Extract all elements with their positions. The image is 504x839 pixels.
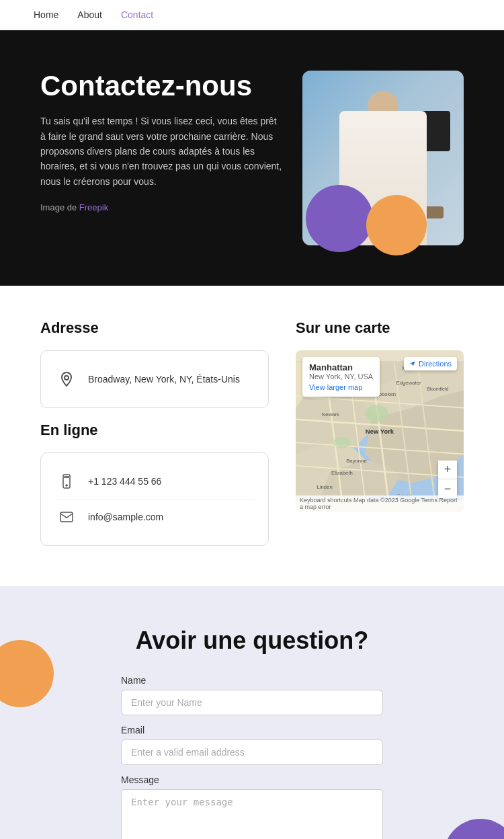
message-textarea[interactable]: [121, 789, 383, 839]
view-larger-link[interactable]: View larger map: [309, 383, 373, 391]
svg-rect-4: [60, 512, 73, 522]
hero-section: Contactez-nous Tu sais qu'il est temps !…: [0, 30, 504, 286]
phone-icon: [54, 469, 79, 493]
phone-row: +1 123 444 55 66: [54, 464, 255, 499]
form-section: Avoir une question? Name Email Message I…: [0, 586, 504, 839]
location-icon: [54, 367, 79, 391]
form-title: Avoir une question?: [40, 627, 464, 655]
map-place-sub: New York, NY, USA: [309, 372, 373, 381]
nav-about[interactable]: About: [77, 9, 102, 20]
svg-text:Bayonne: Bayonne: [346, 458, 367, 464]
svg-point-22: [333, 437, 351, 448]
directions-button[interactable]: Directions: [404, 357, 457, 370]
map-footer: Keyboard shortcuts Map data ©2023 Google…: [296, 495, 464, 512]
svg-rect-3: [65, 477, 69, 477]
address-text: Broadway, New York, NY, États-Unis: [88, 374, 240, 385]
map-info-box: Manhattan New York, NY, USA View larger …: [302, 357, 380, 397]
circle-orange-hero: [366, 195, 427, 255]
online-title: En ligne: [40, 422, 269, 439]
name-label: Name: [121, 675, 383, 686]
email-row: info@sample.com: [54, 499, 255, 534]
email-icon: [54, 505, 79, 529]
address-block: Adresse Broadway, New York, NY, États-Un…: [40, 319, 269, 559]
circle-purple-hero: [306, 185, 373, 252]
name-input[interactable]: [121, 690, 383, 715]
address-title: Adresse: [40, 319, 269, 337]
circle-purple-form: [444, 819, 504, 839]
zoom-in-button[interactable]: +: [438, 461, 457, 479]
svg-point-21: [365, 405, 388, 422]
message-label: Message: [121, 774, 383, 785]
contact-info-section: Adresse Broadway, New York, NY, États-Un…: [0, 286, 504, 586]
phone-text: +1 123 444 55 66: [88, 476, 161, 487]
message-group: Message: [121, 774, 383, 839]
nav-contact[interactable]: Contact: [121, 9, 153, 20]
form-inner: Name Email Message I accept the CONDITIO…: [121, 675, 383, 839]
svg-text:Newark: Newark: [322, 411, 339, 417]
hero-image-area: [282, 71, 464, 245]
svg-text:New York: New York: [366, 428, 394, 435]
map-place-name: Manhattan: [309, 362, 373, 372]
hero-description: Tu sais qu'il est temps ! Si vous lisez …: [40, 114, 282, 189]
hero-title: Contactez-nous: [40, 71, 282, 102]
svg-text:Edgewater: Edgewater: [396, 380, 421, 386]
email-text: info@sample.com: [88, 512, 163, 522]
map-title: Sur une carte: [296, 319, 464, 337]
email-label: Email: [121, 725, 383, 735]
online-card: +1 123 444 55 66 info@sample.com: [40, 452, 269, 546]
map-container: New York Newark Elizabeth Linden Bayonne…: [296, 350, 464, 512]
map-block: Sur une carte: [296, 319, 464, 559]
svg-text:Elizabeth: Elizabeth: [331, 470, 353, 476]
map-zoom-controls: + −: [438, 461, 457, 498]
hero-text-block: Contactez-nous Tu sais qu'il est temps !…: [40, 71, 282, 227]
address-row: Broadway, New York, NY, États-Unis: [54, 362, 255, 397]
svg-point-2: [66, 485, 67, 486]
svg-text:Bloomfield: Bloomfield: [427, 387, 448, 391]
email-group: Email: [121, 725, 383, 765]
name-group: Name: [121, 675, 383, 715]
freepik-link[interactable]: Freepik: [79, 202, 108, 212]
svg-point-0: [65, 376, 69, 380]
image-credit: Image de Freepik: [40, 201, 282, 215]
svg-text:Linden: Linden: [317, 484, 332, 490]
navbar: Home About Contact: [0, 0, 504, 30]
email-input[interactable]: [121, 740, 383, 765]
nav-home[interactable]: Home: [34, 9, 58, 20]
address-card: Broadway, New York, NY, États-Unis: [40, 350, 269, 408]
